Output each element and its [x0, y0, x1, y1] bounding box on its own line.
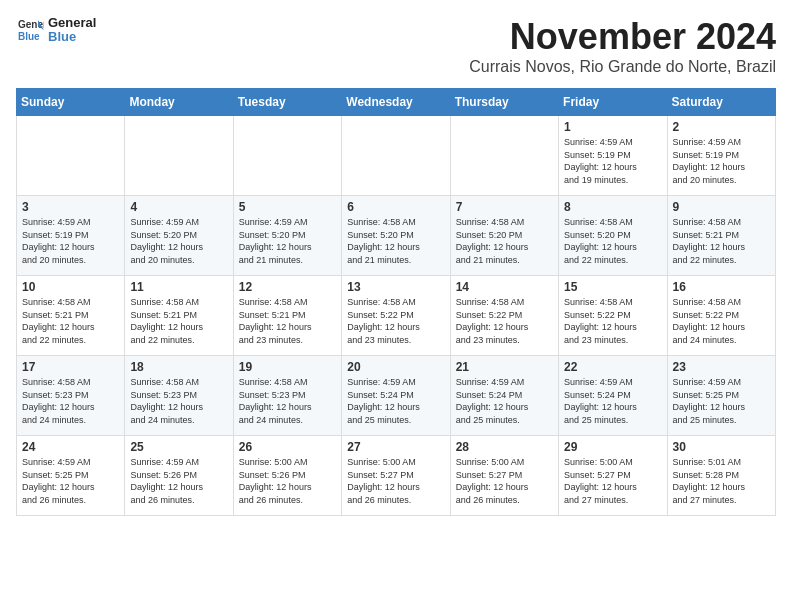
day-info: Sunrise: 4:59 AM Sunset: 5:25 PM Dayligh… — [22, 456, 119, 506]
calendar-cell: 16Sunrise: 4:58 AM Sunset: 5:22 PM Dayli… — [667, 276, 775, 356]
day-number: 25 — [130, 440, 227, 454]
calendar-cell: 20Sunrise: 4:59 AM Sunset: 5:24 PM Dayli… — [342, 356, 450, 436]
day-number: 15 — [564, 280, 661, 294]
header-monday: Monday — [125, 89, 233, 116]
calendar-cell: 9Sunrise: 4:58 AM Sunset: 5:21 PM Daylig… — [667, 196, 775, 276]
logo-line2: Blue — [48, 30, 96, 44]
logo-icon: General Blue — [16, 16, 44, 44]
calendar-cell: 18Sunrise: 4:58 AM Sunset: 5:23 PM Dayli… — [125, 356, 233, 436]
calendar-cell: 29Sunrise: 5:00 AM Sunset: 5:27 PM Dayli… — [559, 436, 667, 516]
day-number: 18 — [130, 360, 227, 374]
day-info: Sunrise: 4:59 AM Sunset: 5:24 PM Dayligh… — [456, 376, 553, 426]
day-info: Sunrise: 4:58 AM Sunset: 5:22 PM Dayligh… — [673, 296, 770, 346]
week-row-4: 17Sunrise: 4:58 AM Sunset: 5:23 PM Dayli… — [17, 356, 776, 436]
header-sunday: Sunday — [17, 89, 125, 116]
header-saturday: Saturday — [667, 89, 775, 116]
day-number: 2 — [673, 120, 770, 134]
day-number: 10 — [22, 280, 119, 294]
day-number: 19 — [239, 360, 336, 374]
calendar-cell: 5Sunrise: 4:59 AM Sunset: 5:20 PM Daylig… — [233, 196, 341, 276]
day-info: Sunrise: 5:00 AM Sunset: 5:26 PM Dayligh… — [239, 456, 336, 506]
calendar-cell: 13Sunrise: 4:58 AM Sunset: 5:22 PM Dayli… — [342, 276, 450, 356]
calendar-cell: 17Sunrise: 4:58 AM Sunset: 5:23 PM Dayli… — [17, 356, 125, 436]
calendar-table: SundayMondayTuesdayWednesdayThursdayFrid… — [16, 88, 776, 516]
logo: General Blue General Blue — [16, 16, 96, 45]
svg-text:Blue: Blue — [18, 31, 40, 42]
header-row: SundayMondayTuesdayWednesdayThursdayFrid… — [17, 89, 776, 116]
day-info: Sunrise: 4:58 AM Sunset: 5:22 PM Dayligh… — [347, 296, 444, 346]
logo-line1: General — [48, 16, 96, 30]
day-info: Sunrise: 4:58 AM Sunset: 5:20 PM Dayligh… — [347, 216, 444, 266]
calendar-cell: 21Sunrise: 4:59 AM Sunset: 5:24 PM Dayli… — [450, 356, 558, 436]
day-number: 27 — [347, 440, 444, 454]
header-tuesday: Tuesday — [233, 89, 341, 116]
day-number: 24 — [22, 440, 119, 454]
day-number: 1 — [564, 120, 661, 134]
calendar-cell: 27Sunrise: 5:00 AM Sunset: 5:27 PM Dayli… — [342, 436, 450, 516]
header-friday: Friday — [559, 89, 667, 116]
day-info: Sunrise: 4:58 AM Sunset: 5:21 PM Dayligh… — [130, 296, 227, 346]
day-number: 3 — [22, 200, 119, 214]
calendar-cell: 25Sunrise: 4:59 AM Sunset: 5:26 PM Dayli… — [125, 436, 233, 516]
day-info: Sunrise: 4:59 AM Sunset: 5:20 PM Dayligh… — [130, 216, 227, 266]
calendar-cell: 26Sunrise: 5:00 AM Sunset: 5:26 PM Dayli… — [233, 436, 341, 516]
week-row-3: 10Sunrise: 4:58 AM Sunset: 5:21 PM Dayli… — [17, 276, 776, 356]
calendar-cell — [342, 116, 450, 196]
subtitle: Currais Novos, Rio Grande do Norte, Braz… — [469, 58, 776, 76]
calendar-cell: 19Sunrise: 4:58 AM Sunset: 5:23 PM Dayli… — [233, 356, 341, 436]
day-info: Sunrise: 4:58 AM Sunset: 5:20 PM Dayligh… — [456, 216, 553, 266]
day-info: Sunrise: 4:58 AM Sunset: 5:22 PM Dayligh… — [456, 296, 553, 346]
day-number: 30 — [673, 440, 770, 454]
day-number: 9 — [673, 200, 770, 214]
calendar-cell: 24Sunrise: 4:59 AM Sunset: 5:25 PM Dayli… — [17, 436, 125, 516]
day-info: Sunrise: 4:59 AM Sunset: 5:24 PM Dayligh… — [347, 376, 444, 426]
day-info: Sunrise: 4:58 AM Sunset: 5:21 PM Dayligh… — [673, 216, 770, 266]
calendar-cell: 15Sunrise: 4:58 AM Sunset: 5:22 PM Dayli… — [559, 276, 667, 356]
day-info: Sunrise: 5:00 AM Sunset: 5:27 PM Dayligh… — [456, 456, 553, 506]
calendar-cell: 14Sunrise: 4:58 AM Sunset: 5:22 PM Dayli… — [450, 276, 558, 356]
calendar-cell — [125, 116, 233, 196]
calendar-cell: 12Sunrise: 4:58 AM Sunset: 5:21 PM Dayli… — [233, 276, 341, 356]
day-number: 8 — [564, 200, 661, 214]
day-number: 11 — [130, 280, 227, 294]
day-info: Sunrise: 5:00 AM Sunset: 5:27 PM Dayligh… — [347, 456, 444, 506]
calendar-cell: 30Sunrise: 5:01 AM Sunset: 5:28 PM Dayli… — [667, 436, 775, 516]
day-number: 21 — [456, 360, 553, 374]
calendar-cell: 3Sunrise: 4:59 AM Sunset: 5:19 PM Daylig… — [17, 196, 125, 276]
calendar-cell: 6Sunrise: 4:58 AM Sunset: 5:20 PM Daylig… — [342, 196, 450, 276]
day-info: Sunrise: 4:59 AM Sunset: 5:19 PM Dayligh… — [673, 136, 770, 186]
day-number: 28 — [456, 440, 553, 454]
title-section: November 2024 Currais Novos, Rio Grande … — [469, 16, 776, 76]
day-number: 16 — [673, 280, 770, 294]
day-number: 29 — [564, 440, 661, 454]
week-row-2: 3Sunrise: 4:59 AM Sunset: 5:19 PM Daylig… — [17, 196, 776, 276]
calendar-cell — [17, 116, 125, 196]
calendar-cell: 28Sunrise: 5:00 AM Sunset: 5:27 PM Dayli… — [450, 436, 558, 516]
day-info: Sunrise: 4:59 AM Sunset: 5:26 PM Dayligh… — [130, 456, 227, 506]
calendar-cell: 2Sunrise: 4:59 AM Sunset: 5:19 PM Daylig… — [667, 116, 775, 196]
header-wednesday: Wednesday — [342, 89, 450, 116]
week-row-5: 24Sunrise: 4:59 AM Sunset: 5:25 PM Dayli… — [17, 436, 776, 516]
day-number: 26 — [239, 440, 336, 454]
day-info: Sunrise: 4:58 AM Sunset: 5:21 PM Dayligh… — [239, 296, 336, 346]
calendar-cell: 8Sunrise: 4:58 AM Sunset: 5:20 PM Daylig… — [559, 196, 667, 276]
day-info: Sunrise: 4:59 AM Sunset: 5:20 PM Dayligh… — [239, 216, 336, 266]
day-number: 14 — [456, 280, 553, 294]
month-title: November 2024 — [469, 16, 776, 58]
week-row-1: 1Sunrise: 4:59 AM Sunset: 5:19 PM Daylig… — [17, 116, 776, 196]
calendar-cell: 4Sunrise: 4:59 AM Sunset: 5:20 PM Daylig… — [125, 196, 233, 276]
day-number: 7 — [456, 200, 553, 214]
day-info: Sunrise: 4:59 AM Sunset: 5:19 PM Dayligh… — [564, 136, 661, 186]
day-info: Sunrise: 4:58 AM Sunset: 5:23 PM Dayligh… — [239, 376, 336, 426]
day-info: Sunrise: 4:59 AM Sunset: 5:19 PM Dayligh… — [22, 216, 119, 266]
day-info: Sunrise: 4:58 AM Sunset: 5:23 PM Dayligh… — [22, 376, 119, 426]
calendar-cell: 7Sunrise: 4:58 AM Sunset: 5:20 PM Daylig… — [450, 196, 558, 276]
day-number: 6 — [347, 200, 444, 214]
day-info: Sunrise: 4:59 AM Sunset: 5:24 PM Dayligh… — [564, 376, 661, 426]
day-number: 13 — [347, 280, 444, 294]
calendar-cell — [450, 116, 558, 196]
day-info: Sunrise: 4:58 AM Sunset: 5:21 PM Dayligh… — [22, 296, 119, 346]
day-info: Sunrise: 5:01 AM Sunset: 5:28 PM Dayligh… — [673, 456, 770, 506]
calendar-cell: 10Sunrise: 4:58 AM Sunset: 5:21 PM Dayli… — [17, 276, 125, 356]
day-info: Sunrise: 4:58 AM Sunset: 5:22 PM Dayligh… — [564, 296, 661, 346]
